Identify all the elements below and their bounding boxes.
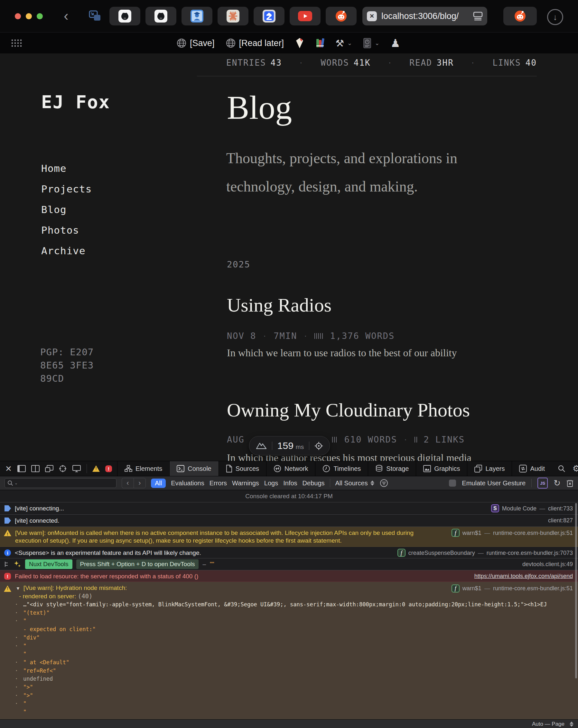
post-title[interactable]: Owning My Cloudinary Photos [227,399,470,421]
log-location[interactable]: devtools.client.js:49 [522,560,573,568]
warning-location[interactable]: f warn$1 — runtime-core.esm-bundler.js:5… [451,529,573,537]
next-result-button[interactable]: › [134,478,146,488]
issues-error-icon[interactable]: ! [105,465,112,472]
tab-sources[interactable]: Sources [218,461,266,476]
filter-infos[interactable]: Infos [283,479,297,487]
close-window-button[interactable] [15,13,21,19]
filter-debugs[interactable]: Debugs [303,479,325,487]
filter-bar-right: Emulate User Gesture JS ↻ [449,477,574,489]
downloads-button[interactable]: ↓ [547,9,563,25]
nuxt-devtools-pill[interactable]: 159 ms [249,436,330,456]
nav-item-projects[interactable]: Projects [41,183,92,204]
tab-audit[interactable]: Audit [512,461,552,476]
pinned-tab-profile[interactable] [182,7,212,25]
undock-window-icon[interactable] [45,465,53,472]
reader-view-icon[interactable] [473,11,483,21]
disclosure-triangle-icon[interactable]: ▼ [16,586,20,591]
log-location[interactable]: S Module Code — client:733 [491,504,573,512]
tally-marks-icon [332,437,338,443]
bookmark-folder-maps[interactable] [295,37,305,49]
close-inspector-icon[interactable]: ✕ [5,464,12,473]
bookmark-folder-books[interactable] [315,38,324,49]
error-location[interactable]: https://umami.tools.ejfox.com/api/send [474,572,573,580]
bookmarklet-save[interactable]: [Save] [176,38,215,48]
url-text[interactable]: localhost:3006/blog/ [382,11,458,21]
minimize-window-button[interactable] [26,13,32,19]
nav-item-archive[interactable]: Archive [41,245,92,265]
bookmarks-bar: [Save] [Read later] ⚒ ⌄ ⌄ ♟ [0,32,578,54]
stat-words: WORDS41K [320,58,370,68]
tab-timelines[interactable]: Timelines [315,461,368,476]
divider [309,442,309,450]
function-badge-icon: f [397,549,405,557]
tab-layers[interactable]: Layers [467,461,512,476]
filter-logs[interactable]: Logs [264,479,278,487]
sources-dropdown[interactable]: All Sources [335,479,374,487]
nav-item-blog[interactable]: Blog [41,204,92,224]
bookmark-folder-journal[interactable]: ⌄ [363,38,379,49]
issues-warning-icon[interactable] [93,465,100,472]
search-icon[interactable] [558,465,566,472]
chess-pawn-icon: ♟ [390,37,400,50]
pinned-tab-zillow[interactable] [254,7,285,25]
back-button[interactable]: ‹ [64,10,73,23]
bookmark-folder-tools[interactable]: ⚒ ⌄ [335,38,352,49]
console-warning-row[interactable]: [Vue warn]: onMounted is called when the… [0,527,578,547]
bookmark-folder-chess[interactable]: ♟ [390,37,400,50]
nav-item-home[interactable]: Home [41,162,92,183]
address-bar[interactable]: ✕ localhost:3006/blog/ [362,7,487,25]
info-location[interactable]: f createSuspenseBoundary — runtime-core.… [397,549,573,557]
javascript-context-icon[interactable]: JS [537,477,548,489]
inspect-element-icon[interactable] [59,465,67,472]
filter-evaluations[interactable]: Evaluations [171,479,204,487]
console-log-row[interactable]: [vite] connecting... S Module Code — cli… [0,502,578,515]
auto-page-selector[interactable]: Auto — Page [532,721,564,727]
pinned-tab-reddit[interactable] [326,7,357,25]
settings-gear-icon[interactable]: ⚙ [573,464,578,474]
pinned-tab-github-1[interactable] [109,7,140,25]
previous-result-button[interactable]: ‹ [122,478,134,488]
bookmark-ribbon-icon [295,37,305,49]
error-resource-link[interactable]: https://umami.tools.ejfox.com/api/send [474,572,573,580]
console-message-list: Console cleared at 10:44:17 PM [vite] co… [0,490,578,719]
pinned-tab-github-2[interactable] [146,7,176,25]
stat-links: LINKS40 [492,58,537,68]
tab-storage[interactable]: Storage [368,461,416,476]
site-title[interactable]: EJ Fox [41,92,110,112]
emulate-user-gesture-checkbox[interactable] [449,479,456,487]
console-log-row-nuxt[interactable]: Nuxt DevTools Press Shift + Option + D t… [0,558,578,570]
hydration-line: "(text)" [4,609,574,617]
nav-item-photos[interactable]: Photos [41,224,92,245]
bookmarklet-read-later[interactable]: [Read later] [226,38,284,48]
tab-console[interactable]: Console [169,461,218,476]
filter-all[interactable]: All [151,478,166,488]
inspect-target-icon[interactable] [314,442,323,450]
filter-errors[interactable]: Errors [210,479,227,487]
dock-bottom-icon[interactable] [31,465,40,472]
console-warning-hydration-block[interactable]: ▼ [Vue warn]: Hydration node mismatch: -… [0,582,578,719]
clear-url-icon[interactable]: ✕ [367,11,377,21]
console-info-row[interactable]: i <Suspense> is an experimental feature … [0,547,578,558]
log-location[interactable]: client:827 [548,517,573,524]
post-title[interactable]: Using Radios [227,294,332,316]
console-error-row[interactable]: ! Failed to load resource: the server re… [0,570,578,582]
tab-overview-icon[interactable] [89,10,102,22]
console-search-input[interactable]: ⌄ [4,478,116,488]
tab-reddit[interactable] [503,7,537,25]
filter-options-icon[interactable] [379,478,389,488]
device-settings-icon[interactable] [72,465,81,472]
warning-location[interactable]: f warn$1 — runtime-core.esm-bundler.js:5… [451,584,573,593]
zoom-window-button[interactable] [37,13,43,19]
favorites-grid-icon[interactable] [11,39,22,47]
pinned-tab-youtube[interactable] [290,7,320,25]
tab-network[interactable]: Network [266,461,315,476]
tab-graphics[interactable]: Graphics [416,461,467,476]
clear-console-trash-icon[interactable] [567,479,574,487]
console-log-row[interactable]: [vite] connected. client:827 [0,515,578,527]
tab-elements[interactable]: Elements [117,461,169,476]
filter-warnings[interactable]: Warnings [232,479,259,487]
pinned-tab-claude[interactable] [217,7,248,25]
dock-side-icon[interactable] [17,465,26,472]
reload-icon[interactable]: ↻ [554,478,561,488]
console-scrollbar[interactable] [575,503,577,678]
